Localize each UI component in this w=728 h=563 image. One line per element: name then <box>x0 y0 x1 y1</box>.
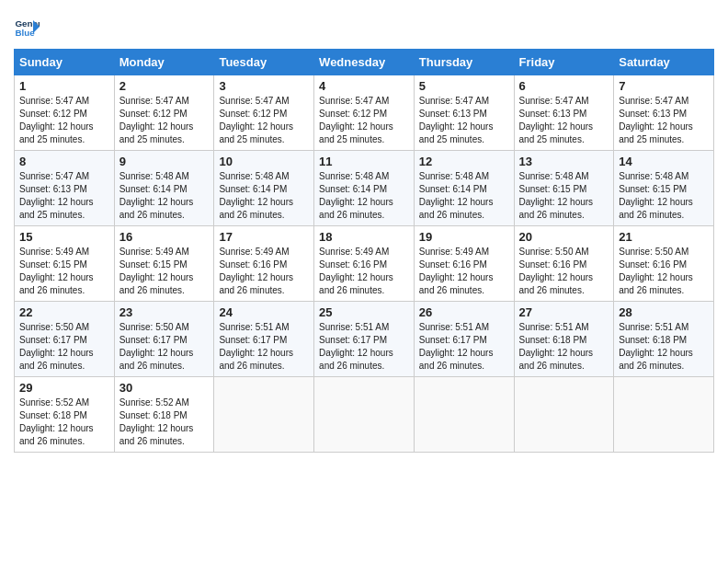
calendar-cell: 25 Sunrise: 5:51 AMSunset: 6:17 PMDaylig… <box>314 302 415 377</box>
calendar-cell: 19 Sunrise: 5:49 AMSunset: 6:16 PMDaylig… <box>414 226 514 302</box>
day-number: 10 <box>219 155 309 168</box>
calendar-cell: 8 Sunrise: 5:47 AMSunset: 6:13 PMDayligh… <box>15 151 115 226</box>
calendar-cell <box>414 377 514 453</box>
calendar-cell: 13 Sunrise: 5:48 AMSunset: 6:15 PMDaylig… <box>514 151 614 226</box>
calendar-cell: 24 Sunrise: 5:51 AMSunset: 6:17 PMDaylig… <box>214 302 314 377</box>
day-number: 12 <box>419 155 509 168</box>
day-number: 3 <box>219 79 309 93</box>
day-info: Sunrise: 5:49 AMSunset: 6:16 PMDaylight:… <box>319 247 393 295</box>
calendar-cell <box>214 377 314 453</box>
calendar-cell: 14 Sunrise: 5:48 AMSunset: 6:15 PMDaylig… <box>614 151 714 226</box>
day-number: 14 <box>619 155 709 168</box>
day-info: Sunrise: 5:52 AMSunset: 6:18 PMDaylight:… <box>119 397 194 446</box>
day-number: 25 <box>319 305 409 319</box>
day-info: Sunrise: 5:51 AMSunset: 6:17 PMDaylight:… <box>319 322 393 371</box>
day-info: Sunrise: 5:49 AMSunset: 6:15 PMDaylight:… <box>119 247 194 295</box>
day-number: 24 <box>219 305 309 319</box>
day-number: 19 <box>419 230 509 244</box>
day-number: 18 <box>319 230 409 244</box>
calendar-cell: 1 Sunrise: 5:47 AMSunset: 6:12 PMDayligh… <box>15 75 115 151</box>
calendar-cell: 16 Sunrise: 5:49 AMSunset: 6:15 PMDaylig… <box>114 226 214 302</box>
day-number: 11 <box>319 155 409 168</box>
day-number: 6 <box>519 79 609 93</box>
calendar-cell: 3 Sunrise: 5:47 AMSunset: 6:12 PMDayligh… <box>214 75 314 151</box>
calendar-cell: 30 Sunrise: 5:52 AMSunset: 6:18 PMDaylig… <box>114 377 214 453</box>
svg-text:Blue: Blue <box>15 28 35 38</box>
calendar-cell: 20 Sunrise: 5:50 AMSunset: 6:16 PMDaylig… <box>514 226 614 302</box>
calendar-cell: 11 Sunrise: 5:48 AMSunset: 6:14 PMDaylig… <box>314 151 415 226</box>
day-number: 4 <box>319 79 409 93</box>
calendar-cell: 9 Sunrise: 5:48 AMSunset: 6:14 PMDayligh… <box>114 151 214 226</box>
day-info: Sunrise: 5:48 AMSunset: 6:14 PMDaylight:… <box>119 171 194 220</box>
day-number: 28 <box>619 305 709 319</box>
day-number: 16 <box>119 230 210 244</box>
calendar-cell: 18 Sunrise: 5:49 AMSunset: 6:16 PMDaylig… <box>314 226 415 302</box>
day-number: 22 <box>19 305 109 319</box>
day-number: 21 <box>619 230 709 244</box>
day-info: Sunrise: 5:48 AMSunset: 6:15 PMDaylight:… <box>619 171 693 220</box>
calendar-week-row: 8 Sunrise: 5:47 AMSunset: 6:13 PMDayligh… <box>15 151 714 226</box>
calendar-cell: 5 Sunrise: 5:47 AMSunset: 6:13 PMDayligh… <box>414 75 514 151</box>
calendar-header-row: SundayMondayTuesdayWednesdayThursdayFrid… <box>15 50 714 75</box>
day-info: Sunrise: 5:48 AMSunset: 6:15 PMDaylight:… <box>519 171 594 220</box>
header: General Blue <box>14 14 714 40</box>
calendar-cell: 28 Sunrise: 5:51 AMSunset: 6:18 PMDaylig… <box>614 302 714 377</box>
calendar-cell: 2 Sunrise: 5:47 AMSunset: 6:12 PMDayligh… <box>114 75 214 151</box>
calendar-cell <box>614 377 714 453</box>
day-info: Sunrise: 5:52 AMSunset: 6:18 PMDaylight:… <box>19 397 94 446</box>
weekday-header-wednesday: Wednesday <box>314 50 415 75</box>
weekday-header-monday: Monday <box>114 50 214 75</box>
day-number: 23 <box>119 305 210 319</box>
weekday-header-thursday: Thursday <box>414 50 514 75</box>
day-info: Sunrise: 5:48 AMSunset: 6:14 PMDaylight:… <box>219 171 293 220</box>
logo-icon: General Blue <box>14 14 40 40</box>
weekday-header-saturday: Saturday <box>614 50 714 75</box>
day-info: Sunrise: 5:49 AMSunset: 6:16 PMDaylight:… <box>419 247 494 295</box>
calendar-cell: 7 Sunrise: 5:47 AMSunset: 6:13 PMDayligh… <box>614 75 714 151</box>
calendar-cell: 23 Sunrise: 5:50 AMSunset: 6:17 PMDaylig… <box>114 302 214 377</box>
day-info: Sunrise: 5:50 AMSunset: 6:17 PMDaylight:… <box>19 322 94 371</box>
day-number: 5 <box>419 79 509 93</box>
day-number: 9 <box>119 155 210 168</box>
calendar-cell: 6 Sunrise: 5:47 AMSunset: 6:13 PMDayligh… <box>514 75 614 151</box>
day-info: Sunrise: 5:47 AMSunset: 6:13 PMDaylight:… <box>419 96 494 144</box>
day-number: 13 <box>519 155 609 168</box>
weekday-header-sunday: Sunday <box>15 50 115 75</box>
calendar-cell: 12 Sunrise: 5:48 AMSunset: 6:14 PMDaylig… <box>414 151 514 226</box>
calendar-week-row: 15 Sunrise: 5:49 AMSunset: 6:15 PMDaylig… <box>15 226 714 302</box>
calendar-cell: 22 Sunrise: 5:50 AMSunset: 6:17 PMDaylig… <box>15 302 115 377</box>
calendar-cell: 29 Sunrise: 5:52 AMSunset: 6:18 PMDaylig… <box>15 377 115 453</box>
day-number: 2 <box>119 79 210 93</box>
day-info: Sunrise: 5:50 AMSunset: 6:16 PMDaylight:… <box>619 247 693 295</box>
logo: General Blue <box>14 14 43 40</box>
calendar-table: SundayMondayTuesdayWednesdayThursdayFrid… <box>14 49 714 453</box>
day-info: Sunrise: 5:47 AMSunset: 6:12 PMDaylight:… <box>19 96 94 144</box>
calendar-cell <box>514 377 614 453</box>
calendar-cell: 15 Sunrise: 5:49 AMSunset: 6:15 PMDaylig… <box>15 226 115 302</box>
day-info: Sunrise: 5:47 AMSunset: 6:12 PMDaylight:… <box>119 96 194 144</box>
day-number: 26 <box>419 305 509 319</box>
day-info: Sunrise: 5:47 AMSunset: 6:13 PMDaylight:… <box>519 96 594 144</box>
calendar-week-row: 29 Sunrise: 5:52 AMSunset: 6:18 PMDaylig… <box>15 377 714 453</box>
day-number: 27 <box>519 305 609 319</box>
day-info: Sunrise: 5:51 AMSunset: 6:17 PMDaylight:… <box>419 322 494 371</box>
calendar-cell: 27 Sunrise: 5:51 AMSunset: 6:18 PMDaylig… <box>514 302 614 377</box>
day-info: Sunrise: 5:47 AMSunset: 6:13 PMDaylight:… <box>19 171 94 220</box>
day-info: Sunrise: 5:50 AMSunset: 6:16 PMDaylight:… <box>519 247 594 295</box>
day-info: Sunrise: 5:47 AMSunset: 6:13 PMDaylight:… <box>619 96 693 144</box>
calendar-week-row: 22 Sunrise: 5:50 AMSunset: 6:17 PMDaylig… <box>15 302 714 377</box>
day-info: Sunrise: 5:51 AMSunset: 6:18 PMDaylight:… <box>519 322 594 371</box>
day-number: 20 <box>519 230 609 244</box>
calendar-cell: 26 Sunrise: 5:51 AMSunset: 6:17 PMDaylig… <box>414 302 514 377</box>
calendar-cell: 21 Sunrise: 5:50 AMSunset: 6:16 PMDaylig… <box>614 226 714 302</box>
day-number: 1 <box>19 79 109 93</box>
day-number: 29 <box>19 381 109 395</box>
calendar-cell: 4 Sunrise: 5:47 AMSunset: 6:12 PMDayligh… <box>314 75 415 151</box>
weekday-header-friday: Friday <box>514 50 614 75</box>
day-info: Sunrise: 5:47 AMSunset: 6:12 PMDaylight:… <box>219 96 293 144</box>
weekday-header-tuesday: Tuesday <box>214 50 314 75</box>
day-number: 15 <box>19 230 109 244</box>
day-info: Sunrise: 5:50 AMSunset: 6:17 PMDaylight:… <box>119 322 194 371</box>
day-info: Sunrise: 5:49 AMSunset: 6:16 PMDaylight:… <box>219 247 293 295</box>
day-info: Sunrise: 5:48 AMSunset: 6:14 PMDaylight:… <box>319 171 393 220</box>
